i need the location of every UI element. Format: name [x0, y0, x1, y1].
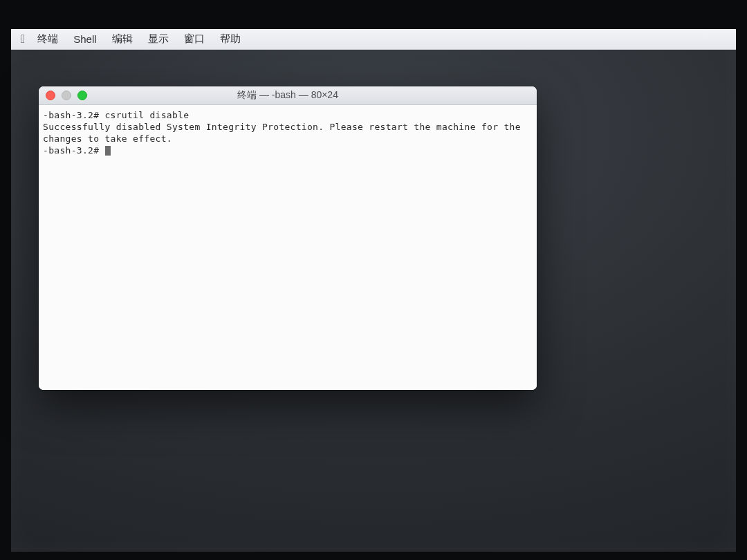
- window-title: 终端 — -bash — 80×24: [39, 89, 537, 102]
- shell-command: csrutil disable: [104, 110, 189, 120]
- apple-menu-icon[interactable]: : [21, 32, 25, 46]
- shell-output: Successfully disabled System Integrity P…: [43, 122, 526, 144]
- window-controls: [46, 91, 87, 100]
- minimize-icon[interactable]: [62, 91, 71, 100]
- text-cursor-icon: [105, 146, 111, 156]
- menubar-item-help[interactable]: 帮助: [220, 32, 241, 46]
- menubar-item-view[interactable]: 显示: [148, 32, 169, 46]
- terminal-content[interactable]: -bash-3.2# csrutil disable Successfully …: [39, 105, 537, 390]
- terminal-window[interactable]: 终端 — -bash — 80×24 -bash-3.2# csrutil di…: [39, 86, 537, 390]
- menubar-item-edit[interactable]: 编辑: [112, 32, 133, 46]
- menubar-item-shell[interactable]: Shell: [73, 33, 96, 45]
- macos-menubar[interactable]:  终端 Shell 编辑 显示 窗口 帮助: [11, 29, 736, 50]
- menubar-item-window[interactable]: 窗口: [184, 32, 205, 46]
- close-icon[interactable]: [46, 91, 55, 100]
- shell-prompt: -bash-3.2#: [43, 145, 104, 156]
- zoom-icon[interactable]: [77, 91, 87, 100]
- menubar-app-name[interactable]: 终端: [37, 32, 58, 46]
- shell-prompt: -bash-3.2#: [43, 110, 104, 120]
- terminal-titlebar[interactable]: 终端 — -bash — 80×24: [39, 86, 537, 105]
